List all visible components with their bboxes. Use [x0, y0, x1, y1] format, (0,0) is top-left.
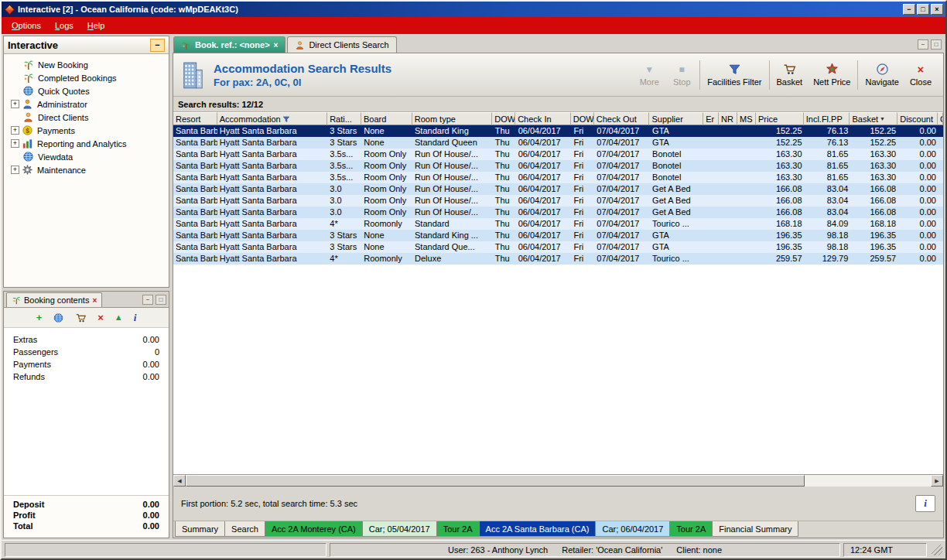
- mdi-restore-button[interactable]: □: [931, 39, 942, 50]
- expander-icon[interactable]: +: [11, 100, 19, 108]
- info-button[interactable]: i: [915, 495, 935, 512]
- basket-button[interactable]: [75, 312, 87, 323]
- menu-item[interactable]: Help: [80, 19, 112, 32]
- cell-er: [704, 230, 720, 241]
- column-header-discount[interactable]: Discount: [897, 112, 938, 125]
- booking-contents-tab[interactable]: Booking contents ×: [6, 292, 102, 307]
- tab-direct-clients-search[interactable]: Direct Clients Search: [287, 36, 396, 53]
- booking-contents-row[interactable]: Extras 0.00: [13, 333, 159, 346]
- table-row[interactable]: Santa Barb... Hyatt Santa Barbara 3.5s..…: [173, 160, 943, 172]
- booking-contents-row[interactable]: Passengers 0: [13, 346, 159, 358]
- sidebar-item-administrator[interactable]: + Administrator: [5, 97, 167, 111]
- table-row[interactable]: Santa Barb... Hyatt Santa Barbara 3 Star…: [173, 125, 943, 137]
- bottom-tab[interactable]: Car; 05/04/2017: [362, 521, 437, 537]
- bottom-tab[interactable]: Car; 06/04/2017: [595, 521, 670, 537]
- panel-minimize-button[interactable]: −: [142, 295, 153, 305]
- table-row[interactable]: Santa Barb... Hyatt Santa Barbara 4* Roo…: [173, 253, 943, 265]
- bottom-tab[interactable]: Tour 2A: [669, 521, 713, 537]
- column-header-accommodation[interactable]: Accommodation: [217, 112, 327, 125]
- column-header-dow-in[interactable]: DOW: [492, 112, 515, 125]
- sidebar-item-direct-clients[interactable]: Direct Clients: [5, 111, 167, 124]
- bottom-tab[interactable]: Acc 2A Monterey (CA): [265, 521, 363, 537]
- scrollbar-thumb[interactable]: [186, 475, 805, 487]
- bottom-tab[interactable]: Search: [224, 521, 265, 537]
- column-header-basket[interactable]: Basket▼: [850, 112, 897, 125]
- column-header-nr[interactable]: NR: [719, 112, 737, 125]
- column-header-incl-fl-pp[interactable]: Incl.Fl.PP: [804, 112, 850, 125]
- mdi-minimize-button[interactable]: −: [918, 39, 928, 50]
- panel-maximize-button[interactable]: □: [156, 295, 166, 305]
- cell-nr: [720, 149, 738, 160]
- table-row[interactable]: Santa Barb... Hyatt Santa Barbara 3.5s..…: [173, 149, 943, 160]
- minimize-button[interactable]: −: [903, 4, 915, 15]
- basket-button[interactable]: Basket: [771, 56, 809, 94]
- column-header-check-in[interactable]: Check In: [515, 112, 571, 125]
- table-row[interactable]: Santa Barb... Hyatt Santa Barbara 3.0 Ro…: [173, 183, 943, 195]
- booking-contents-row[interactable]: Refunds 0.00: [13, 370, 159, 383]
- maximize-button[interactable]: □: [917, 4, 929, 15]
- bottom-tab[interactable]: Tour 2A: [436, 521, 480, 537]
- table-row[interactable]: Santa Barb... Hyatt Santa Barbara 3.0 Ro…: [173, 207, 943, 218]
- sidebar-item-reporting-and-analytics[interactable]: + Reporting and Analytics: [5, 137, 167, 150]
- column-header-board[interactable]: Board: [361, 112, 412, 125]
- menu-item[interactable]: Options: [5, 19, 48, 32]
- info-button[interactable]: i: [134, 312, 137, 323]
- delete-item-button[interactable]: ×: [97, 312, 104, 323]
- cell-ms: [738, 172, 757, 183]
- column-header-er[interactable]: Er: [703, 112, 719, 125]
- column-header-price[interactable]: Price: [756, 112, 804, 125]
- bottom-tab[interactable]: Acc 2A Santa Barbara (CA): [479, 521, 597, 537]
- table-row[interactable]: Santa Barb... Hyatt Santa Barbara 3 Star…: [173, 137, 943, 149]
- menu-item[interactable]: Logs: [48, 19, 80, 32]
- scroll-left-button[interactable]: ◀: [173, 475, 186, 487]
- column-header-check-out[interactable]: Check Out: [594, 112, 650, 125]
- resize-grip-icon[interactable]: [932, 545, 942, 555]
- facilities-filter-button[interactable]: Facilities Filter: [702, 56, 767, 94]
- column-header-rating[interactable]: Rati...: [327, 112, 361, 125]
- globe-button[interactable]: [53, 312, 64, 323]
- table-row[interactable]: Santa Barb... Hyatt Santa Barbara 3.0 Ro…: [173, 195, 943, 207]
- tab-close-icon[interactable]: ×: [274, 41, 279, 50]
- more-button[interactable]: ▼ More: [633, 56, 665, 94]
- add-item-button[interactable]: +: [36, 312, 43, 323]
- sidebar-item-viewdata[interactable]: Viewdata: [5, 150, 167, 163]
- sidebar-item-new-booking[interactable]: New Booking: [5, 58, 167, 71]
- expander-icon[interactable]: +: [11, 126, 19, 135]
- column-header-supplier[interactable]: Supplier: [649, 112, 703, 125]
- table-row[interactable]: Santa Barb... Hyatt Santa Barbara 3 Star…: [173, 241, 943, 253]
- move-up-button[interactable]: ▲: [115, 312, 123, 323]
- tab-close-icon[interactable]: ×: [92, 296, 97, 305]
- cell-dow-out: Fri: [571, 160, 594, 172]
- close-results-button[interactable]: × Close: [904, 56, 937, 94]
- navigate-button[interactable]: Navigate: [860, 56, 904, 94]
- tab-booking-ref[interactable]: Book. ref.: <none> ×: [173, 36, 285, 53]
- scroll-right-button[interactable]: ▶: [931, 475, 943, 487]
- bottom-tab[interactable]: Financial Summary: [712, 521, 798, 537]
- expander-icon[interactable]: +: [11, 139, 19, 148]
- stop-button[interactable]: ■ Stop: [665, 56, 698, 94]
- cell-ms: [738, 195, 757, 207]
- table-row[interactable]: Santa Barb... Hyatt Santa Barbara 4* Roo…: [173, 218, 943, 230]
- sidebar-item-quick-quotes[interactable]: Quick Quotes: [5, 84, 167, 97]
- horizontal-scrollbar[interactable]: ◀ ▶: [173, 474, 943, 487]
- nett-price-button[interactable]: Nett Price: [808, 56, 856, 94]
- cell-dow-in: Thu: [493, 137, 516, 149]
- sidebar-item-completed-bookings[interactable]: Completed Bookings: [5, 71, 167, 84]
- sidebar-item-payments[interactable]: + Payments: [5, 124, 167, 137]
- cell-basket: 163.30: [850, 149, 898, 160]
- table-row[interactable]: Santa Barb... Hyatt Santa Barbara 3 Star…: [173, 230, 943, 241]
- cell-c: [938, 125, 943, 137]
- expander-icon[interactable]: +: [11, 166, 19, 174]
- column-header-dow-out[interactable]: DOW: [571, 112, 594, 125]
- column-header-room-type[interactable]: Room type: [412, 112, 493, 125]
- column-header-resort[interactable]: Resort: [173, 112, 217, 125]
- sidebar-item-maintenance[interactable]: + Maintenance: [5, 163, 167, 176]
- scrollbar-track[interactable]: [805, 475, 931, 487]
- panel-minimize-button[interactable]: −: [150, 39, 165, 52]
- bottom-tab[interactable]: Summary: [175, 521, 225, 537]
- booking-contents-row[interactable]: Payments 0.00: [13, 358, 159, 370]
- column-header-c[interactable]: C: [938, 112, 943, 125]
- table-row[interactable]: Santa Barb... Hyatt Santa Barbara 3.5s..…: [173, 172, 943, 183]
- column-header-ms[interactable]: MS: [737, 112, 756, 125]
- close-button[interactable]: ×: [931, 4, 943, 15]
